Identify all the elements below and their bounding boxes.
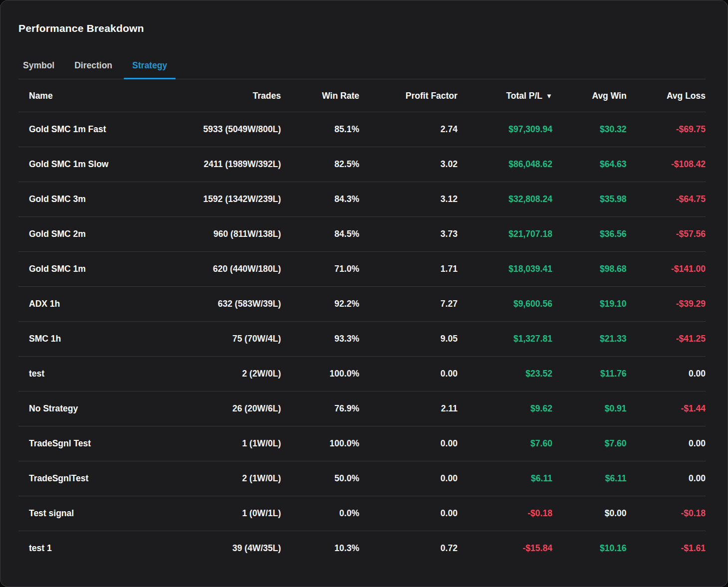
- column-header-trades[interactable]: Trades: [156, 79, 281, 112]
- win-rate-cell: 93.3%: [281, 322, 359, 357]
- avg-loss-cell: -$0.18: [627, 496, 706, 531]
- profit-factor-cell: 1.71: [359, 252, 458, 287]
- table-body: Gold SMC 1m Fast 5933 (5049W/800L) 85.1%…: [18, 112, 706, 566]
- avg-loss-cell: 0.00: [627, 357, 706, 391]
- avg-loss-cell: 0.00: [627, 461, 706, 496]
- strategy-name-cell: Gold SMC 3m: [18, 182, 156, 217]
- profit-factor-cell: 7.27: [359, 287, 458, 322]
- strategy-name-cell: Gold SMC 1m Fast: [18, 112, 156, 147]
- profit-factor-cell: 0.72: [359, 531, 458, 566]
- column-header-avg-loss[interactable]: Avg Loss: [627, 79, 706, 112]
- avg-win-cell: $98.68: [552, 252, 627, 287]
- avg-loss-cell: -$1.44: [627, 391, 706, 426]
- avg-win-cell: $19.10: [552, 287, 627, 322]
- column-header-avg-win[interactable]: Avg Win: [552, 79, 627, 112]
- tab-symbol[interactable]: Symbol: [18, 55, 63, 79]
- total-pl-cell: $6.11: [458, 461, 552, 496]
- avg-win-cell: $36.56: [552, 217, 627, 252]
- strategy-name-cell: Gold SMC 2m: [18, 217, 156, 252]
- profit-factor-cell: 0.00: [359, 496, 458, 531]
- win-rate-cell: 92.2%: [281, 287, 359, 322]
- trades-cell: 75 (70W/4L): [156, 322, 281, 357]
- trades-cell: 960 (811W/138L): [156, 217, 281, 252]
- total-pl-cell: $7.60: [458, 426, 552, 461]
- win-rate-cell: 50.0%: [281, 461, 359, 496]
- profit-factor-cell: 2.74: [359, 112, 458, 147]
- strategy-name-cell: test: [18, 357, 156, 391]
- avg-win-cell: $0.91: [552, 391, 627, 426]
- trades-cell: 1 (0W/1L): [156, 496, 281, 531]
- table-row: Gold SMC 1m 620 (440W/180L) 71.0% 1.71 $…: [18, 252, 706, 287]
- total-pl-cell: $32,808.24: [458, 182, 552, 217]
- avg-loss-cell: 0.00: [627, 426, 706, 461]
- avg-loss-cell: -$69.75: [627, 112, 706, 147]
- strategy-name-cell: TradeSgnlTest: [18, 461, 156, 496]
- column-header-name[interactable]: Name: [18, 79, 156, 112]
- strategy-name-cell: Gold SMC 1m: [18, 252, 156, 287]
- tab-direction[interactable]: Direction: [66, 55, 121, 79]
- table-row: test 2 (2W/0L) 100.0% 0.00 $23.52 $11.76…: [18, 357, 706, 391]
- table-row: Test signal 1 (0W/1L) 0.0% 0.00 -$0.18 $…: [18, 496, 706, 531]
- strategy-name-cell: SMC 1h: [18, 322, 156, 357]
- profit-factor-cell: 9.05: [359, 322, 458, 357]
- total-pl-cell: $97,309.94: [458, 112, 552, 147]
- strategy-name-cell: TradeSgnl Test: [18, 426, 156, 461]
- column-header-total-pl-label: Total P/L: [506, 91, 542, 101]
- tab-strategy[interactable]: Strategy: [124, 55, 176, 79]
- avg-loss-cell: -$108.42: [627, 147, 706, 182]
- profit-factor-cell: 2.11: [359, 391, 458, 426]
- column-header-win-rate[interactable]: Win Rate: [281, 79, 359, 112]
- win-rate-cell: 10.3%: [281, 531, 359, 566]
- strategy-name-cell: test 1: [18, 531, 156, 566]
- trades-cell: 26 (20W/6L): [156, 391, 281, 426]
- profit-factor-cell: 0.00: [359, 426, 458, 461]
- total-pl-cell: -$15.84: [458, 531, 552, 566]
- profit-factor-cell: 3.02: [359, 147, 458, 182]
- sort-desc-icon: ▼: [546, 92, 552, 100]
- trades-cell: 1592 (1342W/239L): [156, 182, 281, 217]
- avg-win-cell: $6.11: [552, 461, 627, 496]
- total-pl-cell: -$0.18: [458, 496, 552, 531]
- total-pl-cell: $23.52: [458, 357, 552, 391]
- profit-factor-cell: 0.00: [359, 461, 458, 496]
- trades-cell: 39 (4W/35L): [156, 531, 281, 566]
- tab-bar: Symbol Direction Strategy: [18, 55, 706, 79]
- avg-win-cell: $21.33: [552, 322, 627, 357]
- win-rate-cell: 85.1%: [281, 112, 359, 147]
- trades-cell: 1 (1W/0L): [156, 426, 281, 461]
- strategy-name-cell: ADX 1h: [18, 287, 156, 322]
- table-row: Gold SMC 1m Fast 5933 (5049W/800L) 85.1%…: [18, 112, 706, 147]
- win-rate-cell: 71.0%: [281, 252, 359, 287]
- table-row: TradeSgnl Test 1 (1W/0L) 100.0% 0.00 $7.…: [18, 426, 706, 461]
- table-row: Gold SMC 2m 960 (811W/138L) 84.5% 3.73 $…: [18, 217, 706, 252]
- avg-win-cell: $10.16: [552, 531, 627, 566]
- avg-loss-cell: -$41.25: [627, 322, 706, 357]
- table-row: ADX 1h 632 (583W/39L) 92.2% 7.27 $9,600.…: [18, 287, 706, 322]
- strategy-name-cell: Test signal: [18, 496, 156, 531]
- profit-factor-cell: 0.00: [359, 357, 458, 391]
- avg-win-cell: $11.76: [552, 357, 627, 391]
- trades-cell: 2 (1W/0L): [156, 461, 281, 496]
- total-pl-cell: $9,600.56: [458, 287, 552, 322]
- avg-loss-cell: -$39.29: [627, 287, 706, 322]
- table-row: No Strategy 26 (20W/6L) 76.9% 2.11 $9.62…: [18, 391, 706, 426]
- performance-table: Name Trades Win Rate Profit Factor Total…: [18, 79, 706, 566]
- trades-cell: 2 (2W/0L): [156, 357, 281, 391]
- avg-loss-cell: -$57.56: [627, 217, 706, 252]
- table-row: Gold SMC 1m Slow 2411 (1989W/392L) 82.5%…: [18, 147, 706, 182]
- table-row: Gold SMC 3m 1592 (1342W/239L) 84.3% 3.12…: [18, 182, 706, 217]
- table-row: test 1 39 (4W/35L) 10.3% 0.72 -$15.84 $1…: [18, 531, 706, 566]
- avg-win-cell: $0.00: [552, 496, 627, 531]
- performance-breakdown-panel: Performance Breakdown Symbol Direction S…: [0, 0, 728, 587]
- column-header-profit-factor[interactable]: Profit Factor: [359, 79, 458, 112]
- column-header-total-pl[interactable]: Total P/L▼: [458, 79, 552, 112]
- table-header-row: Name Trades Win Rate Profit Factor Total…: [18, 79, 706, 112]
- win-rate-cell: 100.0%: [281, 426, 359, 461]
- avg-win-cell: $64.63: [552, 147, 627, 182]
- win-rate-cell: 84.5%: [281, 217, 359, 252]
- win-rate-cell: 76.9%: [281, 391, 359, 426]
- avg-loss-cell: -$64.75: [627, 182, 706, 217]
- win-rate-cell: 82.5%: [281, 147, 359, 182]
- win-rate-cell: 84.3%: [281, 182, 359, 217]
- avg-win-cell: $30.32: [552, 112, 627, 147]
